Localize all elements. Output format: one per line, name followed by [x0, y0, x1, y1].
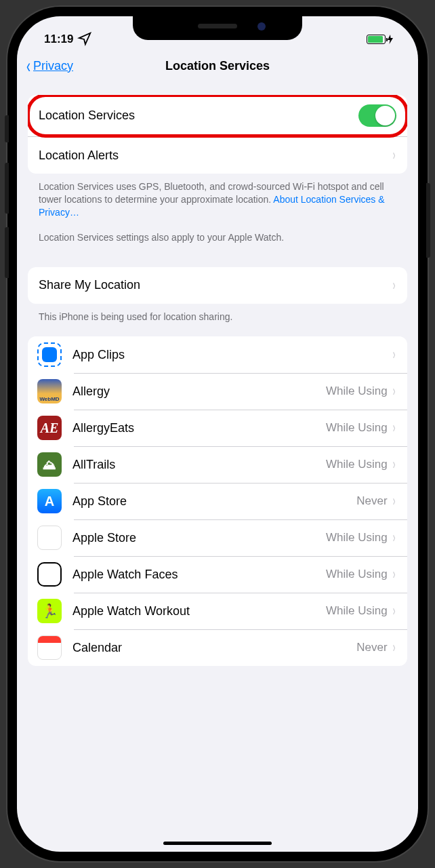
app-status: While Using: [326, 604, 388, 618]
app-row[interactable]: WebMDAllergyWhile Using›: [28, 373, 407, 410]
chevron-left-icon: ‹: [26, 56, 30, 76]
app-row[interactable]: 🏃Apple Watch WorkoutWhile Using›: [28, 593, 407, 629]
calendar-icon: [37, 635, 62, 660]
device-notch: [133, 16, 302, 40]
share-footer: This iPhone is being used for location s…: [17, 304, 418, 330]
app-label: Apple Store: [72, 531, 326, 545]
status-time: 11:19: [44, 33, 73, 46]
location-alerts-row[interactable]: Location Alerts ›: [28, 136, 407, 174]
back-button[interactable]: ‹ Privacy: [25, 56, 73, 76]
app-status: While Using: [326, 384, 388, 398]
footer-explanation: Location Services uses GPS, Bluetooth, a…: [17, 174, 418, 226]
chevron-right-icon: ›: [393, 419, 396, 437]
allergyeats-icon: AE: [37, 416, 62, 440]
app-row[interactable]: AApp StoreNever›: [28, 483, 407, 519]
location-services-label: Location Services: [39, 108, 358, 123]
share-my-location-label: Share My Location: [39, 278, 392, 292]
app-row[interactable]: AEAllergyEatsWhile Using›: [28, 410, 407, 446]
app-status: While Using: [326, 421, 388, 435]
app-row[interactable]: 🛍Apple StoreWhile Using›: [28, 519, 407, 556]
back-label: Privacy: [33, 59, 73, 73]
app-label: AllTrails: [72, 458, 326, 472]
location-services-group: Location Services Location Alerts ›: [28, 95, 407, 174]
chevron-right-icon: ›: [393, 382, 396, 400]
location-arrow-icon: [77, 31, 92, 48]
battery-icon: [367, 35, 394, 44]
app-label: Apple Watch Workout: [72, 604, 326, 618]
appclips-icon: [37, 342, 62, 367]
app-row[interactable]: ⛰AllTrailsWhile Using›: [28, 446, 407, 483]
nav-bar: ‹ Privacy Location Services: [17, 50, 418, 81]
app-label: App Store: [72, 494, 356, 509]
alltrails-icon: ⛰: [37, 452, 62, 477]
app-row[interactable]: Apple Watch FacesWhile Using›: [28, 556, 407, 593]
app-status: Never: [356, 494, 387, 508]
chevron-right-icon: ›: [393, 602, 396, 620]
chevron-right-icon: ›: [393, 456, 396, 473]
app-label: Calendar: [72, 641, 356, 655]
page-title: Location Services: [165, 59, 270, 73]
share-location-group: Share My Location ›: [28, 267, 407, 304]
chevron-right-icon: ›: [393, 566, 396, 583]
app-label: App Clips: [72, 348, 392, 362]
appstore-icon: A: [37, 489, 62, 513]
chevron-right-icon: ›: [393, 529, 396, 547]
app-label: Apple Watch Faces: [72, 568, 326, 582]
app-list: App Clips›WebMDAllergyWhile Using›AEAlle…: [28, 336, 407, 666]
app-status: While Using: [326, 531, 388, 545]
share-my-location-row[interactable]: Share My Location ›: [28, 267, 407, 304]
workout-icon: 🏃: [37, 599, 62, 623]
app-row[interactable]: App Clips›: [28, 336, 407, 373]
charging-icon: [387, 35, 394, 44]
chevron-right-icon: ›: [393, 492, 396, 510]
app-row[interactable]: CalendarNever›: [28, 629, 407, 666]
applestore-icon: 🛍: [37, 526, 62, 550]
app-label: AllergyEats: [72, 421, 326, 435]
chevron-right-icon: ›: [393, 346, 396, 363]
chevron-right-icon: ›: [393, 639, 396, 656]
app-status: While Using: [326, 568, 388, 581]
app-label: Allergy: [72, 384, 326, 399]
footer-watch-note: Location Services settings also apply to…: [17, 226, 418, 251]
chevron-right-icon: ›: [393, 277, 396, 294]
app-status: Never: [356, 641, 387, 654]
app-status: While Using: [326, 458, 388, 471]
watch-icon: [37, 562, 62, 587]
location-alerts-label: Location Alerts: [39, 149, 392, 163]
allergy-icon: WebMD: [37, 379, 62, 403]
location-services-toggle-row[interactable]: Location Services: [28, 95, 407, 136]
location-services-switch[interactable]: [358, 104, 396, 127]
chevron-right-icon: ›: [393, 146, 396, 164]
home-indicator[interactable]: [163, 842, 272, 845]
